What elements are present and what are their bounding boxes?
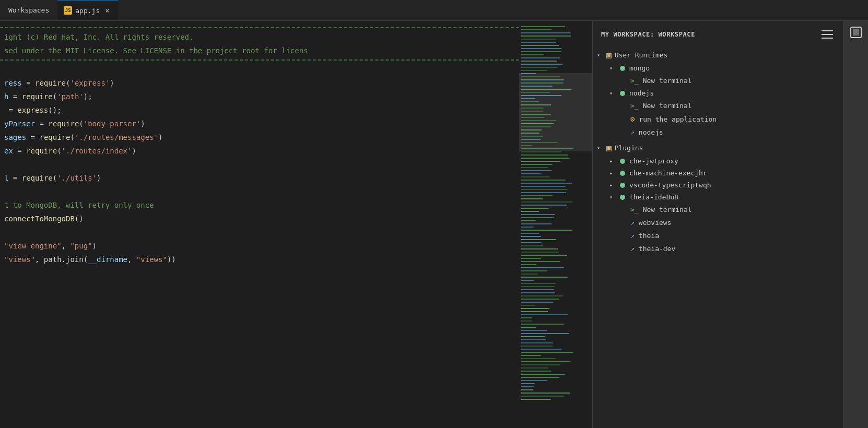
editor-content[interactable]: ight (c) Red Hat, Inc. All rights reserv… bbox=[0, 21, 519, 428]
top-bar: Workspaces JS app.js × bbox=[0, 0, 868, 21]
mongo-new-terminal[interactable]: >_ New terminal bbox=[626, 74, 843, 87]
code-line: ex = require('./routes/index') bbox=[0, 144, 519, 158]
js-icon: JS bbox=[64, 6, 72, 15]
link-icon-nodejs: ↗ bbox=[630, 128, 635, 136]
menu-icon[interactable] bbox=[820, 27, 835, 42]
chevron-che-machine-execjhr: ▸ bbox=[609, 170, 616, 176]
code-line: sed under the MIT License. See LICENSE i… bbox=[0, 44, 519, 57]
runtime-label-vscode-typescriptwqh: vscode-typescriptwqh bbox=[629, 181, 839, 189]
panel-list: ▾ ▣ User Runtimes ▾ mongo >_ New termina… bbox=[593, 48, 843, 428]
link-icon-theia-dev: ↗ bbox=[630, 245, 635, 253]
theia-ide8u8-webviews[interactable]: ↗ webviews bbox=[626, 216, 843, 229]
runtime-item-theia-ide8u8[interactable]: ▾ theia-ide8u8 bbox=[605, 191, 843, 203]
terminal-icon-theia-ide8u8: >_ bbox=[630, 206, 639, 213]
section-header-plugins[interactable]: ▾ ▣ Plugins bbox=[593, 141, 843, 155]
code-line: connectToMongoDB() bbox=[0, 212, 519, 225]
code-line bbox=[0, 158, 519, 171]
link-icon-webviews: ↗ bbox=[630, 219, 635, 227]
chevron-theia-ide8u8: ▾ bbox=[609, 194, 616, 200]
section-user-runtimes: ▾ ▣ User Runtimes ▾ mongo >_ New termina… bbox=[593, 48, 843, 139]
main-area: ight (c) Red Hat, Inc. All rights reserv… bbox=[0, 21, 868, 428]
panel-title: MY WORKSPACE: WORKSPACE bbox=[601, 31, 695, 38]
panel-header: MY WORKSPACE: WORKSPACE bbox=[593, 21, 843, 48]
nodejs-terminal-label: New terminal bbox=[643, 102, 692, 110]
code-line bbox=[0, 63, 519, 76]
runtime-item-che-machine-execjhr[interactable]: ▸ che-machine-execjhr bbox=[605, 167, 843, 179]
nodejs-link-label: nodejs bbox=[639, 128, 663, 136]
section-header-user-runtimes[interactable]: ▾ ▣ User Runtimes bbox=[593, 48, 843, 62]
sub-items-theia-ide8u8: >_ New terminal ↗ webviews ↗ theia ↗ bbox=[605, 203, 843, 255]
section-label-plugins: Plugins bbox=[615, 144, 643, 152]
theia-ide8u8-terminal-label: New terminal bbox=[643, 206, 692, 213]
webviews-label: webviews bbox=[639, 219, 672, 227]
svg-rect-4 bbox=[853, 29, 859, 35]
status-dot-theia-ide8u8 bbox=[620, 195, 625, 200]
terminal-icon-mongo: >_ bbox=[630, 77, 639, 85]
svg-rect-1 bbox=[822, 34, 833, 35]
runtime-label-nodejs: nodejs bbox=[629, 89, 839, 97]
nodejs-new-terminal[interactable]: >_ New terminal bbox=[626, 99, 843, 112]
section-items-plugins: ▸ che-jwtproxy ▸ che-machine-execjhr ▸ bbox=[593, 155, 843, 255]
runtime-label-theia-ide8u8: theia-ide8u8 bbox=[629, 193, 839, 201]
section-items-user-runtimes: ▾ mongo >_ New terminal ▾ no bbox=[593, 62, 843, 139]
chevron-user-runtimes: ▾ bbox=[597, 52, 603, 58]
runtime-item-mongo[interactable]: ▾ mongo bbox=[605, 62, 843, 74]
folder-icon-plugins: ▣ bbox=[606, 143, 612, 153]
status-dot-che-machine-execjhr bbox=[620, 171, 625, 176]
minimap bbox=[519, 21, 592, 428]
code-line: = express(); bbox=[0, 103, 519, 117]
link-icon-theia: ↗ bbox=[630, 232, 635, 240]
code-line: "view engine", "pug") bbox=[0, 239, 519, 253]
right-panel: MY WORKSPACE: WORKSPACE ▾ ▣ User Runtime… bbox=[592, 21, 843, 428]
runtime-item-che-jwtproxy[interactable]: ▸ che-jwtproxy bbox=[605, 155, 843, 167]
gear-icon-nodejs: ⚙ bbox=[630, 115, 635, 123]
runtime-item-nodejs[interactable]: ▾ nodejs bbox=[605, 87, 843, 99]
editor-area: ight (c) Red Hat, Inc. All rights reserv… bbox=[0, 21, 592, 428]
section-plugins: ▾ ▣ Plugins ▸ che-jwtproxy ▸ ch bbox=[593, 141, 843, 255]
theia-dev-label: theia-dev bbox=[639, 245, 675, 253]
theia-label: theia bbox=[639, 232, 659, 240]
code-line: l = require('./utils') bbox=[0, 171, 519, 185]
dashed-line-top bbox=[0, 27, 519, 28]
code-line: yParser = require('body-parser') bbox=[0, 117, 519, 130]
activity-bar bbox=[843, 21, 868, 428]
sub-items-mongo: >_ New terminal bbox=[605, 74, 843, 87]
cube-icon[interactable] bbox=[849, 25, 863, 40]
code-line: t to MongoDB, will retry only once bbox=[0, 198, 519, 212]
chevron-plugins: ▾ bbox=[597, 145, 603, 151]
svg-rect-2 bbox=[822, 38, 833, 39]
section-label-user-runtimes: User Runtimes bbox=[615, 51, 668, 59]
status-dot-nodejs bbox=[620, 91, 625, 96]
svg-rect-0 bbox=[822, 30, 833, 31]
theia-ide8u8-theia[interactable]: ↗ theia bbox=[626, 229, 843, 242]
dashed-line-bottom bbox=[0, 60, 519, 61]
editor-tab[interactable]: JS app.js × bbox=[57, 0, 118, 20]
mongo-terminal-label: New terminal bbox=[643, 77, 692, 85]
code-line: ight (c) Red Hat, Inc. All rights reserv… bbox=[0, 30, 519, 44]
code-line bbox=[0, 185, 519, 198]
chevron-vscode-typescriptwqh: ▸ bbox=[609, 182, 616, 188]
code-line: sages = require('./routes/messages') bbox=[0, 130, 519, 144]
tab-filename: app.js bbox=[75, 7, 100, 15]
terminal-icon-nodejs: >_ bbox=[630, 102, 639, 110]
code-line bbox=[0, 225, 519, 239]
chevron-che-jwtproxy: ▸ bbox=[609, 158, 616, 164]
nodejs-run-application[interactable]: ⚙ run the application bbox=[626, 112, 843, 126]
status-dot-che-jwtproxy bbox=[620, 159, 625, 164]
code-line: h = require('path'); bbox=[0, 90, 519, 103]
code-line: "views", path.join(__dirname, "views")) bbox=[0, 253, 519, 266]
theia-ide8u8-new-terminal[interactable]: >_ New terminal bbox=[626, 203, 843, 216]
status-dot-mongo bbox=[620, 66, 625, 71]
theia-ide8u8-theia-dev[interactable]: ↗ theia-dev bbox=[626, 242, 843, 255]
runtime-item-vscode-typescriptwqh[interactable]: ▸ vscode-typescriptwqh bbox=[605, 179, 843, 191]
nodejs-link[interactable]: ↗ nodejs bbox=[626, 126, 843, 139]
tab-close-button[interactable]: × bbox=[103, 5, 111, 16]
chevron-nodejs: ▾ bbox=[609, 90, 616, 96]
folder-icon-user-runtimes: ▣ bbox=[606, 50, 612, 60]
runtime-label-che-machine-execjhr: che-machine-execjhr bbox=[629, 169, 839, 177]
status-dot-vscode-typescriptwqh bbox=[620, 183, 625, 188]
nodejs-run-label: run the application bbox=[639, 115, 717, 123]
code-line: ress = require('express') bbox=[0, 76, 519, 90]
workspaces-label[interactable]: Workspaces bbox=[0, 0, 57, 20]
runtime-label-che-jwtproxy: che-jwtproxy bbox=[629, 157, 839, 165]
